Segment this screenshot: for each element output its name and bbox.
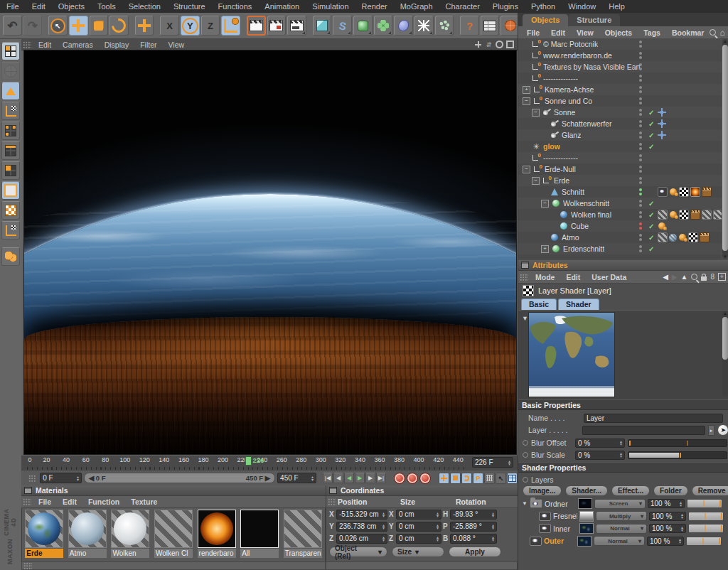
- target-tag-icon[interactable]: [658, 131, 666, 139]
- shader-layer-outer[interactable]: OuterNormal▾100 %▴▾: [518, 535, 728, 547]
- timeline-ruler[interactable]: 0204060801001201401601802002202402602803…: [21, 455, 518, 470]
- layer-eye-icon[interactable]: [530, 537, 542, 546]
- model-globe-icon[interactable]: [1, 62, 20, 80]
- redo-icon[interactable]: ↷: [23, 16, 43, 36]
- menu-functions[interactable]: Functions: [212, 0, 259, 13]
- menu-plugins[interactable]: Plugins: [486, 0, 525, 13]
- range-start-stepper[interactable]: ▴▾: [75, 475, 79, 481]
- tree-row--[interactable]: 0--------------: [518, 152, 722, 163]
- render-visibility-dots[interactable]: [639, 75, 642, 82]
- collapse-minus-icon[interactable]: −: [532, 177, 540, 185]
- objects-menu-objects[interactable]: Objects: [599, 28, 638, 37]
- viewport-menu-view[interactable]: View: [162, 41, 190, 49]
- scroll-down-icon[interactable]: ▼: [722, 254, 728, 259]
- render-visibility-dots[interactable]: [639, 97, 642, 104]
- back-arrow-icon[interactable]: ◀: [663, 273, 668, 281]
- range-end-stepper[interactable]: ▴▾: [309, 475, 314, 481]
- size-z-field[interactable]: 0 cm▴▾: [396, 534, 441, 544]
- blend-mode-dropdown[interactable]: Normal▾: [596, 524, 647, 534]
- layer-eye-icon[interactable]: [539, 512, 551, 521]
- opacity-stepper[interactable]: ▴▾: [679, 526, 683, 532]
- stripes-tag-icon[interactable]: [658, 232, 668, 242]
- help-icon[interactable]: ?: [460, 16, 479, 36]
- render-visibility-dots[interactable]: [639, 131, 642, 139]
- keyframe-selection-icon[interactable]: [507, 473, 518, 484]
- add-particles-icon[interactable]: [435, 16, 454, 36]
- blur-scale-slider[interactable]: [628, 451, 727, 459]
- key-rotation-icon[interactable]: [461, 473, 472, 484]
- skip-end-icon[interactable]: ▶|: [376, 473, 386, 483]
- render-visibility-dots[interactable]: [639, 200, 642, 207]
- menu-character[interactable]: Character: [439, 0, 486, 13]
- sphere-tag-icon[interactable]: [679, 234, 686, 241]
- blur-scale-field[interactable]: 0 %▴▾: [575, 451, 625, 460]
- pan-view-icon[interactable]: [474, 41, 482, 48]
- material-atmo[interactable]: Atmo: [67, 510, 109, 561]
- record-position-icon[interactable]: [394, 473, 405, 484]
- play-forward-icon[interactable]: ▶: [355, 473, 365, 483]
- viewport-menu-filter[interactable]: Filter: [134, 41, 162, 49]
- move-tool-icon[interactable]: [69, 16, 88, 36]
- tree-row--[interactable]: 0--------------: [518, 72, 722, 84]
- layer-opacity-field[interactable]: 100 %▴▾: [649, 524, 686, 533]
- material-thumbnail[interactable]: [111, 510, 149, 548]
- add-generator-icon[interactable]: [353, 16, 373, 36]
- coord-system-icon[interactable]: [221, 16, 240, 36]
- add-cube-icon[interactable]: [313, 16, 332, 36]
- eye-tag-icon[interactable]: [658, 187, 668, 197]
- home-icon[interactable]: ⌂: [719, 28, 724, 37]
- menu-animation[interactable]: Animation: [258, 0, 306, 13]
- undo-icon[interactable]: ↶: [3, 16, 22, 36]
- step-forward-icon[interactable]: ▶: [365, 473, 375, 483]
- tree-row-schattenwerfer[interactable]: Schattenwerfer✓: [518, 118, 722, 129]
- step-back-icon[interactable]: ◀: [333, 473, 343, 483]
- range-start-field[interactable]: 0 F ▴▾: [40, 473, 82, 483]
- viewport-canvas[interactable]: [23, 50, 517, 455]
- opacity-stepper[interactable]: ▴▾: [678, 501, 682, 507]
- hsphere-tag-icon[interactable]: [669, 234, 677, 242]
- panel-grip[interactable]: [23, 562, 32, 569]
- layer-field[interactable]: [582, 426, 705, 435]
- objects-menu-view[interactable]: View: [571, 28, 599, 37]
- tree-row-wolken-final[interactable]: Wolken final✓: [518, 209, 722, 220]
- timeline-ticks[interactable]: 0204060801001201401601802002202402602803…: [27, 456, 468, 470]
- shader-layer-fresnel[interactable]: FresnelMultiply▾100 %▴▾: [518, 510, 728, 522]
- materials-menu-edit[interactable]: Edit: [57, 498, 82, 506]
- button-shader[interactable]: Shader...: [565, 485, 608, 496]
- collapse-caret-icon[interactable]: ▼: [522, 315, 528, 322]
- coord-mode-dropdown[interactable]: Object (Rel)▾: [329, 547, 387, 557]
- workplane-icon[interactable]: [1, 221, 20, 240]
- stripes-tag-icon[interactable]: [702, 210, 712, 220]
- stripes-tag-icon[interactable]: [713, 210, 722, 220]
- search-icon[interactable]: [691, 274, 697, 280]
- opacity-stepper[interactable]: ▴▾: [679, 513, 683, 519]
- tree-row-sonne[interactable]: −Sonne✓: [518, 107, 722, 118]
- lock-icon[interactable]: [701, 276, 707, 281]
- keyframe-dot-icon[interactable]: [523, 440, 528, 446]
- tree-row-erde-null[interactable]: −0Erde-Null: [518, 163, 722, 175]
- tab-shader[interactable]: Shader: [558, 299, 599, 310]
- render-settings-icon[interactable]: [267, 16, 287, 36]
- rot-p-field[interactable]: -25.889 °▴▾: [450, 522, 497, 532]
- material-thumbnail[interactable]: [25, 510, 63, 548]
- target-tag-icon[interactable]: [658, 108, 666, 117]
- render-visibility-dots[interactable]: [639, 245, 642, 252]
- panel-grip[interactable]: [328, 498, 336, 505]
- blur-offset-field[interactable]: 0 %▴▾: [575, 439, 625, 448]
- tree-scrollbar[interactable]: ▲ ▼: [722, 39, 728, 259]
- materials-menu-texture[interactable]: Texture: [125, 498, 163, 506]
- scrollbar-thumb[interactable]: [722, 317, 728, 360]
- material-thumbnail[interactable]: [68, 510, 107, 548]
- button-effect[interactable]: Effect...: [611, 485, 650, 496]
- texture-mode-icon[interactable]: [1, 181, 20, 200]
- range-end-field[interactable]: 450 F ▴▾: [277, 473, 316, 483]
- menu-help[interactable]: Help: [602, 0, 631, 13]
- render-visibility-dots[interactable]: [639, 143, 642, 150]
- objects-menu-edit[interactable]: Edit: [545, 28, 571, 37]
- lock-x-icon[interactable]: X: [160, 16, 179, 36]
- rotate-view-icon[interactable]: [496, 41, 503, 48]
- clapper-tag-icon[interactable]: [700, 232, 710, 242]
- material-thumbnail[interactable]: [240, 510, 279, 548]
- tree-row-sonne-und-co[interactable]: −0Sonne und Co: [518, 95, 722, 107]
- material-thumbnail[interactable]: [154, 510, 193, 548]
